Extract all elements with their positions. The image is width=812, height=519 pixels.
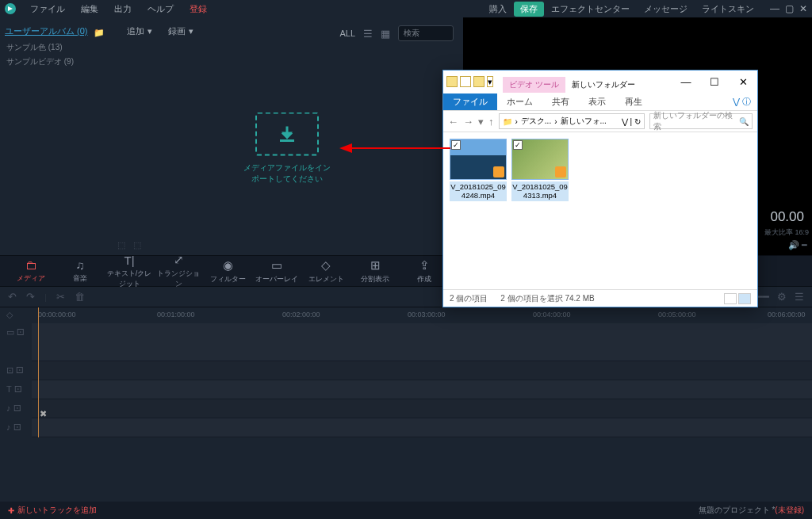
list-view-icon[interactable]: ☰ bbox=[363, 28, 373, 40]
text-track-icon[interactable]: T ⚀ bbox=[0, 380, 32, 399]
cut-icon[interactable]: ✂ bbox=[56, 291, 65, 303]
tab-export[interactable]: ⇪作成 bbox=[400, 258, 449, 284]
explorer-help-icon[interactable]: ⋁ ⓘ bbox=[733, 96, 757, 108]
explorer-maximize-icon[interactable]: ☐ bbox=[700, 76, 729, 88]
playhead[interactable] bbox=[38, 307, 39, 437]
music-icon: ♫ bbox=[56, 258, 105, 272]
tab-overlay[interactable]: ▭オーバーレイ bbox=[252, 258, 301, 284]
text-track[interactable] bbox=[32, 380, 812, 399]
explorer-close-icon[interactable]: ✕ bbox=[729, 76, 757, 88]
checkbox-icon[interactable]: ✓ bbox=[451, 140, 461, 150]
pip-track-icon[interactable]: ⊡ ⚀ bbox=[0, 361, 32, 380]
list-icon[interactable]: ☰ bbox=[795, 291, 804, 303]
tab-music[interactable]: ♫音楽 bbox=[56, 258, 105, 284]
close-mark-icon[interactable]: ✖ bbox=[40, 409, 47, 419]
qat-icon[interactable] bbox=[446, 76, 458, 87]
export-icon: ⇪ bbox=[400, 258, 449, 273]
split-icon: ⊞ bbox=[350, 258, 400, 273]
explorer-file-list[interactable]: ✓ V_20181025_094248.mp4 ✓ V_20181025_094… bbox=[443, 132, 757, 289]
new-folder-icon[interactable]: 📁 bbox=[94, 28, 106, 38]
timeline-ruler[interactable]: 00:00:00:00 00:01:00:00 00:02:00:00 00:0… bbox=[32, 307, 812, 323]
video-track-icon[interactable]: ▭ ⚀ bbox=[0, 323, 32, 342]
video-tools-tab[interactable]: ビデオ ツール bbox=[503, 77, 565, 93]
audio-track-2[interactable] bbox=[32, 418, 812, 437]
nav-back-icon[interactable]: ← bbox=[448, 116, 458, 128]
undo-icon[interactable]: ↶ bbox=[8, 291, 17, 303]
menu-edit[interactable]: 編集 bbox=[73, 1, 106, 17]
record-dropdown[interactable]: 録画 ▾ bbox=[168, 25, 193, 37]
tab-media[interactable]: 🗀メディア bbox=[6, 258, 56, 284]
item-count-label: 2 個の項目 bbox=[450, 293, 488, 304]
media-dropzone[interactable]: メディアファイルをインポートしてください bbox=[243, 113, 331, 185]
address-bar[interactable]: 📁 ›デスク... ›新しいフォ... ⋁ | ↻ bbox=[499, 113, 645, 129]
qat-icon[interactable] bbox=[460, 76, 471, 87]
audio-track-1[interactable] bbox=[32, 399, 812, 418]
minimize-icon[interactable]: — bbox=[769, 3, 780, 14]
settings-icon[interactable]: ⚙ bbox=[777, 291, 787, 303]
file-name-label: V_20181025_094248.mp4 bbox=[450, 181, 507, 201]
buy-button[interactable]: 購入 bbox=[482, 1, 514, 17]
sidebar-item[interactable]: サンプル色 (13) bbox=[5, 42, 106, 53]
tab-element[interactable]: ◇エレメント bbox=[301, 258, 350, 284]
details-view-icon[interactable] bbox=[724, 293, 737, 304]
explorer-play-tab[interactable]: 再生 bbox=[615, 93, 652, 110]
tab-split[interactable]: ⊞分割表示 bbox=[350, 258, 400, 284]
action-icon[interactable]: ⬚ bbox=[117, 240, 125, 250]
action-icon[interactable]: ⬚ bbox=[133, 240, 141, 250]
tab-text[interactable]: T|テキスト/クレジット bbox=[105, 254, 154, 289]
search-icon: 🔍 bbox=[739, 117, 749, 126]
menu-file[interactable]: ファイル bbox=[22, 1, 73, 17]
explorer-minimize-icon[interactable]: — bbox=[672, 76, 700, 88]
menu-help[interactable]: ヘルプ bbox=[140, 1, 182, 17]
tab-transition[interactable]: ⤢トランジション bbox=[154, 253, 203, 289]
add-track-button[interactable]: ✚ 新しいトラックを追加 bbox=[8, 505, 97, 516]
grid-view-icon[interactable]: ▦ bbox=[381, 28, 390, 40]
folder-icon: 🗀 bbox=[6, 258, 56, 272]
maximize-icon[interactable]: ▢ bbox=[783, 3, 795, 14]
video-track[interactable] bbox=[32, 323, 812, 361]
messages-button[interactable]: メッセージ bbox=[637, 1, 695, 17]
effects-center-button[interactable]: エフェクトセンター bbox=[544, 1, 637, 17]
close-icon[interactable]: ✕ bbox=[798, 3, 809, 14]
media-panel: 追加 ▾ 録画 ▾ ALL ☰ ▦ 検索 メディアファイルをインポートしてくださ… bbox=[111, 17, 463, 255]
file-item[interactable]: ✓ V_20181025_094248.mp4 bbox=[450, 139, 507, 201]
search-input[interactable]: 検索 bbox=[398, 25, 454, 41]
menu-output[interactable]: 出力 bbox=[106, 1, 140, 17]
play-badge-icon bbox=[493, 166, 504, 177]
thumbnails-view-icon[interactable] bbox=[738, 293, 751, 304]
nav-up-icon[interactable]: ↑ bbox=[488, 116, 494, 128]
file-name-label: V_20181025_094313.mp4 bbox=[511, 181, 569, 201]
explorer-share-tab[interactable]: 共有 bbox=[542, 93, 579, 110]
redo-icon[interactable]: ↷ bbox=[26, 291, 35, 303]
marker-icon[interactable]: ◇ bbox=[0, 307, 32, 323]
download-arrow-icon bbox=[277, 124, 297, 144]
delete-icon[interactable]: 🗑 bbox=[75, 291, 85, 303]
sidebar-item[interactable]: サンプルビデオ (9) bbox=[5, 56, 106, 67]
nav-forward-icon[interactable]: → bbox=[463, 116, 473, 128]
audio-track-icon[interactable]: ♪ ⚀ bbox=[0, 418, 32, 437]
tab-filter[interactable]: ◉フィルター bbox=[203, 258, 252, 284]
file-explorer-window[interactable]: ▾ ビデオ ツール 新しいフォルダー — ☐ ✕ ファイル ホーム 共有 表示 … bbox=[442, 70, 758, 307]
qat-dropdown-icon[interactable]: ▾ bbox=[487, 76, 493, 87]
add-dropdown[interactable]: 追加 ▾ bbox=[127, 25, 152, 37]
qat-icon[interactable] bbox=[473, 76, 485, 87]
pip-track[interactable] bbox=[32, 361, 812, 380]
explorer-search-input[interactable]: 新しいフォルダーの検索🔍 bbox=[649, 113, 753, 129]
file-item[interactable]: ✓ V_20181025_094313.mp4 bbox=[511, 139, 569, 201]
all-label: ALL bbox=[339, 29, 355, 38]
menubar: ファイル 編集 出力 ヘルプ 登録 購入 保存 エフェクトセンター メッセージ … bbox=[0, 0, 812, 17]
explorer-home-tab[interactable]: ホーム bbox=[497, 93, 542, 110]
project-name-label: 無題のプロジェクト *(未登録) bbox=[699, 505, 804, 516]
svg-marker-1 bbox=[282, 132, 293, 139]
audio-track-icon[interactable]: ♪ ⚀ bbox=[0, 399, 32, 418]
checkbox-icon[interactable]: ✓ bbox=[513, 140, 523, 150]
selection-label: 2 個の項目を選択 74.2 MB bbox=[500, 293, 594, 304]
nav-history-icon[interactable]: ▾ bbox=[478, 116, 484, 128]
user-album-link[interactable]: ユーザーアルバム (0) bbox=[5, 25, 106, 37]
explorer-view-tab[interactable]: 表示 bbox=[579, 93, 615, 110]
menu-register[interactable]: 登録 bbox=[182, 1, 215, 17]
light-skin-button[interactable]: ライトスキン bbox=[695, 1, 761, 17]
volume-icon[interactable]: 🔊 ━ bbox=[788, 240, 807, 250]
explorer-file-tab[interactable]: ファイル bbox=[443, 93, 497, 110]
save-button[interactable]: 保存 bbox=[514, 2, 544, 17]
